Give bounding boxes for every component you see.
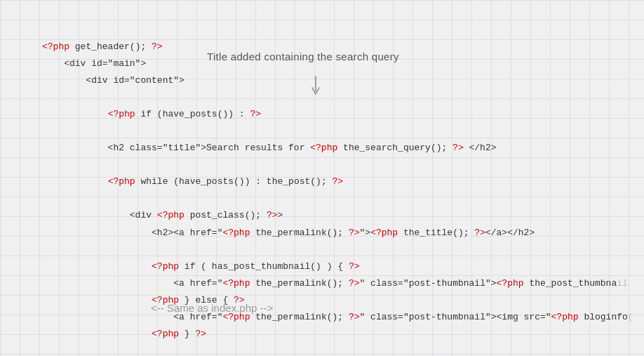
code-block: <?php get_header(); ?> <div id="main"> <… [42,39,633,356]
code-line-7: <h2 class="title">Search results for <?p… [42,140,633,157]
code-line-2: <div id="main"> [42,55,633,72]
code-line-13 [42,242,633,258]
code-line-12: <h2><a href="<?php the_permalink(); ?>">… [42,225,633,242]
code-line-11: <div <?php post_class(); ?>> [42,207,633,224]
code-line-3: <div id="content"> [42,72,633,89]
code-line-10 [42,190,633,207]
code-line-4 [42,89,633,106]
code-line-16: <?php } else { ?> [42,292,633,309]
code-line-15: <a href="<?php the_permalink(); ?>" clas… [42,275,633,292]
code-line-8 [42,157,633,173]
code-line-19 [42,343,633,356]
code-line-1: <?php get_header(); ?> [42,39,633,55]
code-line-14: <?php if ( has_post_thumbnail() ) { ?> [42,258,633,275]
code-line-5: <?php if (have_posts()) : ?> [42,106,633,123]
code-line-18: <?php } ?> [42,326,633,343]
code-line-17: <a href="<?php the_permalink(); ?>" clas… [42,309,633,326]
bottom-comment: <-- Same as index.php --> [151,302,273,314]
code-line-6 [42,123,633,140]
code-line-9: <?php while (have_posts()) : the_post();… [42,173,633,190]
